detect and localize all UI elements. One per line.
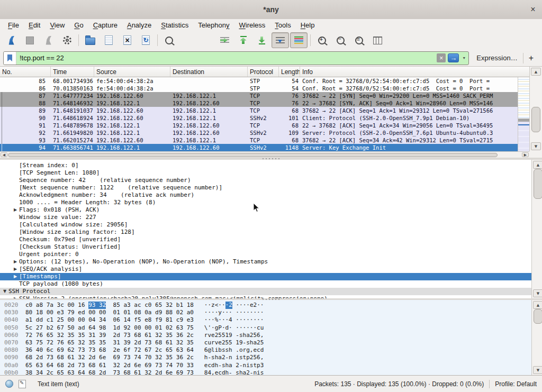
packet-row-85[interactable]: 8568.001734936fe:54:00:d4:38:2aSTP54Conf… — [0, 77, 518, 85]
filter-bookmark-button[interactable] — [4, 52, 16, 65]
display-filter-input[interactable] — [16, 52, 437, 65]
stop-capture-button[interactable] — [21, 32, 39, 48]
expander-right-icon[interactable]: ▶ — [12, 266, 19, 273]
scroll-left-icon[interactable]: ◀ — [1, 152, 7, 157]
go-to-packet-button[interactable] — [216, 32, 233, 48]
menu-help[interactable]: Help — [296, 20, 320, 30]
hex-bytes[interactable]: 36 40 6c 69 62 73 73 68 2e 6f 72 67 2c 6… — [25, 347, 204, 354]
column-header-source[interactable]: Source — [94, 67, 170, 77]
hex-bytes[interactable]: a1 dd c1 25 00 00 04 34 06 14 f5 e8 f9 8… — [25, 316, 204, 324]
filter-history-dropdown-icon[interactable]: ▾ — [460, 56, 467, 60]
ascii-bytes[interactable]: ··z<·· — [204, 302, 225, 309]
scroll-right-icon[interactable]: ▶ — [522, 152, 529, 157]
capture-comment-icon[interactable] — [19, 380, 26, 388]
detail-row-5[interactable]: 1000 .... = Header Length: 32 bytes (8) — [0, 199, 531, 206]
details-scroll-down-icon[interactable]: ▼ — [533, 289, 542, 297]
hex-row-00b0[interactable]: 00b038 34 2c 65 63 64 68 2d 73 68 61 32 … — [4, 369, 531, 375]
hex-bytes[interactable]: 68 2d 73 68 61 32 2d 6e 69 73 74 70 32 3… — [25, 354, 204, 361]
ascii-bytes[interactable]: h-sha2-n istp256, — [204, 354, 264, 361]
zoom-reset-button[interactable] — [350, 32, 368, 48]
packet-list-hscroll-thumb[interactable] — [8, 153, 498, 157]
expander-down-icon[interactable]: ▼ — [1, 288, 8, 295]
go-last-button[interactable] — [253, 32, 270, 48]
detail-row-4[interactable]: Acknowledgment number: 34 (relative ack … — [0, 192, 531, 199]
scroll-down-icon[interactable]: ▼ — [531, 142, 541, 150]
expander-right-icon[interactable]: ▶ — [12, 206, 19, 214]
go-forward-button[interactable] — [197, 32, 215, 48]
detail-row-7[interactable]: Window size value: 227 — [0, 214, 531, 221]
zoom-out-button[interactable] — [332, 32, 349, 48]
column-header-time[interactable]: Time — [51, 67, 94, 77]
column-header-protocol[interactable]: Protocol — [248, 67, 279, 77]
hex-bytes[interactable]: 63 75 72 76 65 32 35 35 31 39 2d 73 68 6… — [25, 339, 204, 347]
menu-edit[interactable]: Edit — [24, 20, 45, 30]
packet-row-94[interactable]: 9471.663856741192.168.122.1192.168.122.6… — [0, 144, 518, 151]
hex-bytes[interactable]: 38 34 2c 65 63 64 68 2d 73 68 61 32 2d 6… — [25, 369, 204, 375]
menu-view[interactable]: View — [45, 20, 69, 30]
packet-list-minimap[interactable] — [518, 77, 529, 151]
ascii-bytes[interactable]: \'·gP·d· ······cu — [204, 324, 264, 332]
hex-bytes[interactable]: 5c 27 b2 67 50 ad 64 98 1d 92 00 00 01 0… — [25, 324, 204, 332]
expert-info-icon[interactable] — [5, 380, 13, 388]
menu-analyze[interactable]: Analyze — [122, 20, 156, 30]
detail-row-8[interactable]: [Calculated window size: 29056] — [0, 221, 531, 229]
packet-row-93[interactable]: 9371.662015274192.168.122.60192.168.122.… — [0, 136, 518, 144]
expression-button[interactable]: Expression… — [469, 54, 522, 62]
start-capture-button[interactable] — [3, 32, 20, 48]
hex-row-0050[interactable]: 00505c 27 b2 67 50 ad 64 98 1d 92 00 00 … — [4, 324, 531, 332]
menu-telephony[interactable]: Telephony — [193, 20, 234, 30]
hex-bytes[interactable]: 85 a3 ac c0 65 32 b1 18 — [106, 302, 204, 309]
detail-row-11[interactable]: [Checksum Status: Unverified] — [0, 243, 531, 251]
packet-row-92[interactable]: 9271.661949820192.168.122.1192.168.122.6… — [0, 129, 518, 136]
detail-row-13[interactable]: ▶Options: (12 bytes), No-Operation (NOP)… — [0, 258, 531, 266]
column-header-length[interactable]: Length — [279, 67, 300, 77]
hex-bytes[interactable]: 80 18 00 e3 79 ed 00 00 01 01 08 0a d9 8… — [25, 309, 204, 316]
packet-list-vscrollbar[interactable]: ▲ ▼ — [529, 67, 542, 151]
expander-right-icon[interactable]: ▶ — [12, 273, 19, 280]
ascii-bytes[interactable]: curve255 19-sha25 — [204, 339, 264, 347]
detail-row-12[interactable]: Urgent pointer: 0 — [0, 251, 531, 258]
open-file-button[interactable] — [82, 32, 99, 48]
zoom-in-button[interactable] — [313, 32, 331, 48]
ascii-bytes[interactable]: ···%···4 ········ — [204, 316, 264, 324]
find-packet-button[interactable] — [160, 32, 178, 48]
bytes-scroll-up-icon[interactable]: ▲ — [533, 301, 542, 309]
menu-wireless[interactable]: Wireless — [234, 20, 270, 30]
hex-row-0040[interactable]: 0040a1 dd c1 25 00 00 04 34 06 14 f5 e8 … — [4, 316, 531, 324]
hex-row-0020[interactable]: 0020c0 a8 7a 3c 00 16 93 32 85 a3 ac c0 … — [4, 302, 531, 309]
menu-statistics[interactable]: Statistics — [156, 20, 193, 30]
details-vscroll-thumb[interactable] — [534, 169, 542, 199]
packet-row-88[interactable]: 8871.648146932192.168.122.1192.168.122.6… — [0, 99, 518, 107]
menu-tools[interactable]: Tools — [270, 20, 295, 30]
packet-row-91[interactable]: 9171.648789678192.168.122.1192.168.122.6… — [0, 122, 518, 129]
auto-scroll-button[interactable] — [272, 32, 289, 48]
ascii-bytes[interactable]: ecdh-sha 2-nistp3 — [204, 362, 264, 369]
hex-row-00a0[interactable]: 00a065 63 64 68 2d 73 68 61 32 2d 6e 69 … — [4, 362, 531, 369]
scroll-up-icon[interactable]: ▲ — [531, 68, 541, 76]
close-window-icon[interactable]: × — [527, 4, 539, 15]
hex-row-0070[interactable]: 007063 75 72 76 65 32 35 35 31 39 2d 73 … — [4, 339, 531, 347]
bytes-vscroll-thumb[interactable] — [534, 309, 542, 324]
packet-list-vscroll-thumb[interactable] — [531, 107, 540, 132]
filter-apply-button[interactable]: → — [448, 53, 459, 62]
ascii-bytes[interactable]: 6@libssh .org,ecd — [204, 347, 264, 354]
close-file-button[interactable] — [119, 32, 136, 48]
hex-row-0060[interactable]: 006072 76 65 32 35 35 31 39 2d 73 68 61 … — [4, 332, 531, 339]
detail-row-14[interactable]: ▶[SEQ/ACK analysis] — [0, 266, 531, 273]
hex-row-0090[interactable]: 009068 2d 73 68 61 32 2d 6e 69 73 74 70 … — [4, 354, 531, 361]
bytes-scroll-down-icon[interactable]: ▼ — [533, 366, 542, 374]
reload-file-button[interactable] — [137, 32, 155, 48]
display-filter-field[interactable]: × → ▾ — [3, 51, 469, 65]
packet-row-89[interactable]: 8971.648191037192.168.122.60192.168.122.… — [0, 107, 518, 114]
ascii-bytes[interactable]: ····e2·· — [232, 302, 264, 309]
detail-row-1[interactable]: [TCP Segment Len: 1080] — [0, 169, 531, 177]
packet-row-90[interactable]: 9071.648618924192.168.122.60192.168.122.… — [0, 114, 518, 122]
detail-row-2[interactable]: Sequence number: 42 (relative sequence n… — [0, 177, 531, 184]
go-first-button[interactable] — [234, 32, 252, 48]
detail-row-10[interactable]: Checksum: 0x79ed [unverified] — [0, 236, 531, 243]
detail-row-16[interactable]: TCP payload (1080 bytes) — [0, 280, 531, 288]
menu-file[interactable]: File — [3, 20, 24, 30]
detail-row-3[interactable]: [Next sequence number: 1122 (relative se… — [0, 184, 531, 192]
hex-bytes[interactable]: 65 63 64 68 2d 73 68 61 32 2d 6e 69 73 7… — [25, 362, 204, 369]
detail-row-17[interactable]: ▼SSH Protocol — [0, 288, 531, 295]
